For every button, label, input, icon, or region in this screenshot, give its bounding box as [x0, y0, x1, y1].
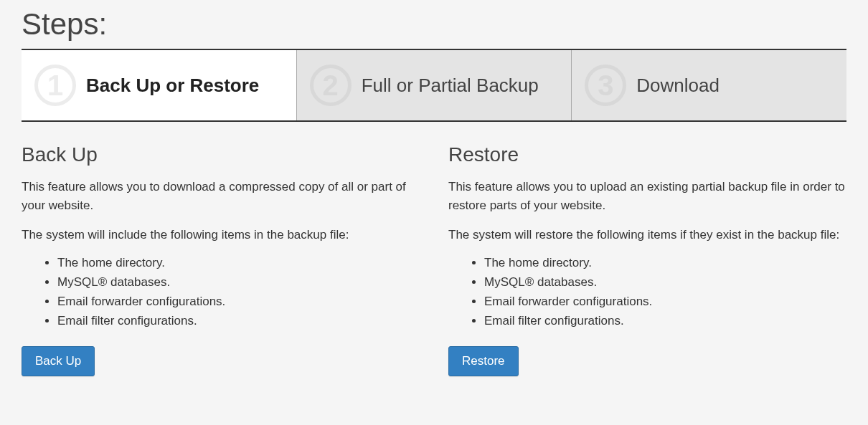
restore-item-list: The home directory. MySQL® databases. Em…: [484, 253, 846, 331]
step-label: Back Up or Restore: [86, 75, 259, 97]
list-item: MySQL® databases.: [484, 272, 846, 292]
step-label: Download: [636, 75, 720, 97]
restore-list-intro: The system will restore the following it…: [448, 226, 846, 244]
backup-list-intro: The system will include the following it…: [22, 226, 420, 244]
step-tab-3[interactable]: 3 Download: [572, 50, 846, 120]
restore-column: Restore This feature allows you to uploa…: [448, 143, 846, 376]
list-item: Email forwarder configurations.: [57, 292, 420, 311]
list-item: Email filter configurations.: [57, 311, 420, 330]
step-number-icon: 2: [310, 65, 352, 106]
backup-button[interactable]: Back Up: [22, 346, 95, 376]
restore-button[interactable]: Restore: [448, 346, 519, 376]
list-item: MySQL® databases.: [57, 272, 420, 292]
backup-description: This feature allows you to download a co…: [22, 178, 420, 214]
list-item: Email forwarder configurations.: [484, 292, 846, 311]
list-item: The home directory.: [484, 253, 846, 272]
step-tab-1[interactable]: 1 Back Up or Restore: [22, 50, 297, 120]
list-item: The home directory.: [57, 253, 420, 272]
step-number-icon: 3: [585, 65, 626, 106]
list-item: Email filter configurations.: [484, 311, 846, 330]
page-title: Steps:: [22, 7, 846, 42]
restore-title: Restore: [448, 143, 846, 166]
steps-row: 1 Back Up or Restore 2 Full or Partial B…: [22, 49, 846, 122]
backup-title: Back Up: [22, 143, 420, 166]
step-label: Full or Partial Backup: [362, 75, 539, 97]
backup-column: Back Up This feature allows you to downl…: [22, 143, 420, 376]
restore-description: This feature allows you to upload an exi…: [448, 178, 846, 214]
content-columns: Back Up This feature allows you to downl…: [22, 143, 846, 376]
backup-item-list: The home directory. MySQL® databases. Em…: [57, 253, 420, 331]
step-number-icon: 1: [34, 65, 76, 106]
step-tab-2[interactable]: 2 Full or Partial Backup: [297, 50, 572, 120]
